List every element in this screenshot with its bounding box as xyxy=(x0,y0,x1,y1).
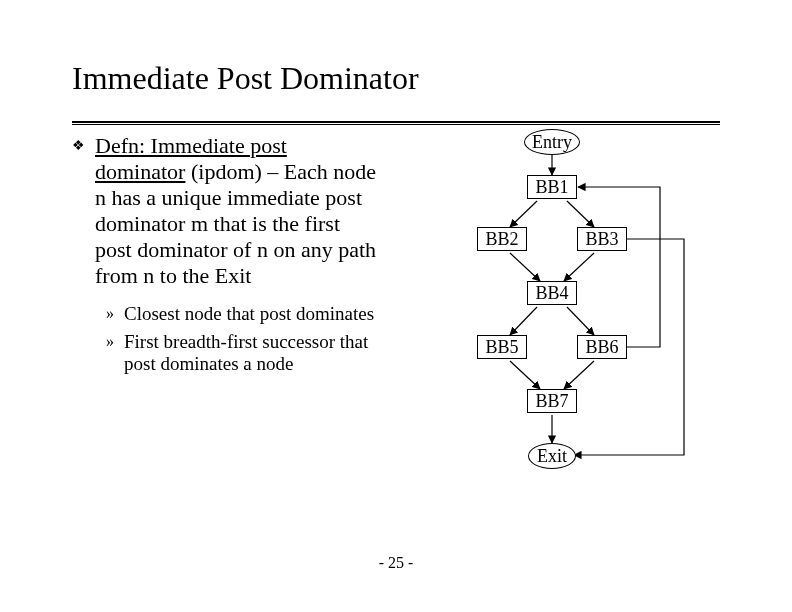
node-bb4: BB4 xyxy=(527,281,577,305)
svg-line-1 xyxy=(510,201,537,227)
raquo-bullet-icon: » xyxy=(106,331,114,353)
node-bb3: BB3 xyxy=(577,227,627,251)
svg-line-6 xyxy=(567,307,594,335)
node-bb6-label: BB6 xyxy=(586,337,619,358)
page-title: Immediate Post Dominator xyxy=(72,60,720,125)
node-bb5: BB5 xyxy=(477,335,527,359)
svg-line-4 xyxy=(564,253,594,281)
raquo-bullet-icon: » xyxy=(106,303,114,325)
svg-line-8 xyxy=(564,361,594,389)
node-bb6: BB6 xyxy=(577,335,627,359)
svg-line-5 xyxy=(510,307,537,335)
text-column: ❖ Defn: Immediate post dominator (ipdom)… xyxy=(72,125,382,505)
node-bb1-label: BB1 xyxy=(536,177,569,198)
definition-text: Defn: Immediate post dominator (ipdom) –… xyxy=(95,133,382,289)
bullet-level2: » Closest node that post dominates xyxy=(106,303,382,325)
node-bb4-label: BB4 xyxy=(536,283,569,304)
node-bb1: BB1 xyxy=(527,175,577,199)
svg-line-2 xyxy=(567,201,594,227)
node-entry: Entry xyxy=(524,129,580,155)
node-bb7: BB7 xyxy=(527,389,577,413)
node-bb7-label: BB7 xyxy=(536,391,569,412)
page-number: - 25 - xyxy=(0,554,792,572)
node-bb5-label: BB5 xyxy=(486,337,519,358)
cfg-diagram: Entry BB1 BB2 BB3 BB4 BB5 BB6 BB7 Exit xyxy=(402,125,702,505)
svg-line-3 xyxy=(510,253,540,281)
bullet-level2: » First breadth-first successor that pos… xyxy=(106,331,382,375)
node-bb2-label: BB2 xyxy=(486,229,519,250)
title-text: Immediate Post Dominator xyxy=(72,60,720,103)
node-exit: Exit xyxy=(528,443,576,469)
node-bb3-label: BB3 xyxy=(586,229,619,250)
diamond-bullet-icon: ❖ xyxy=(72,133,85,159)
content-row: ❖ Defn: Immediate post dominator (ipdom)… xyxy=(72,125,720,505)
slide: Immediate Post Dominator ❖ Defn: Immedia… xyxy=(72,60,720,552)
node-exit-label: Exit xyxy=(537,446,567,467)
node-entry-label: Entry xyxy=(532,132,572,153)
bullet-level1: ❖ Defn: Immediate post dominator (ipdom)… xyxy=(72,133,382,289)
subpoint-1: Closest node that post dominates xyxy=(124,303,374,325)
node-bb2: BB2 xyxy=(477,227,527,251)
svg-line-7 xyxy=(510,361,540,389)
subpoint-2: First breadth-first successor that post … xyxy=(124,331,382,375)
